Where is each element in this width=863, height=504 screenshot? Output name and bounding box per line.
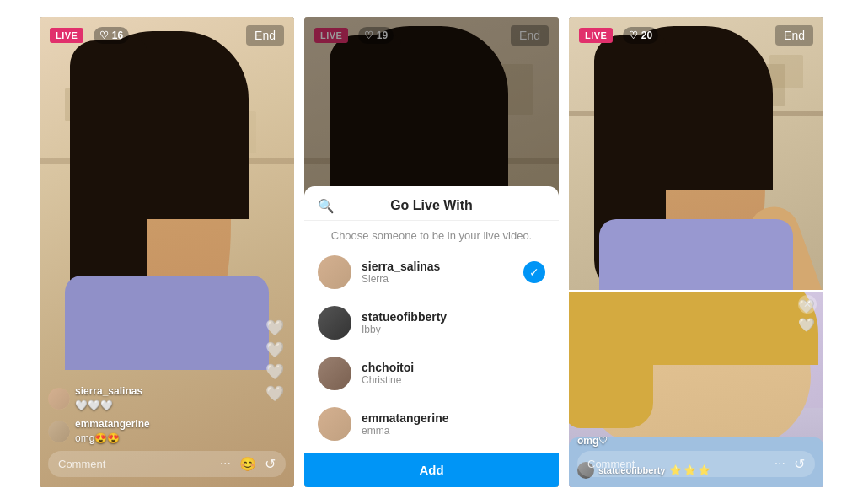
- guest-heart-1: 🤍: [798, 298, 815, 314]
- user-avatar-0: [318, 255, 351, 289]
- check-badge-0: ✓: [523, 261, 545, 283]
- share-icon-3[interactable]: ↺: [794, 456, 805, 472]
- chat-text-2: emmatangerine omg😍😍: [75, 417, 150, 446]
- chat-message-1: sierra_salinas 🤍🤍🤍: [48, 384, 286, 413]
- modal-header: 🔍 Go Live With: [304, 186, 559, 221]
- modal-sheet: 🔍 Go Live With Choose someone to be in y…: [304, 186, 559, 487]
- user-info-0: sierra_salinas Sierra: [362, 260, 513, 285]
- user-info-3: emmatangerine emma: [362, 411, 545, 437]
- comment-placeholder-1: Comment: [58, 458, 220, 470]
- comment-icons-3: ··· ↺: [775, 456, 805, 472]
- more-icon-1[interactable]: ···: [220, 456, 231, 472]
- user-name-2: Christine: [362, 374, 545, 386]
- user-handle-2: chchoitoi: [362, 361, 545, 374]
- chat-avatar-1: [48, 388, 70, 410]
- top-bar-3: LIVE ♡ 20 End: [569, 17, 823, 54]
- chat-message-2: emmatangerine omg😍😍: [48, 417, 286, 446]
- user-list: sierra_salinas Sierra ✓ statueofibberty …: [304, 247, 559, 449]
- heart-3: 🤍: [265, 362, 284, 381]
- share-icon-1[interactable]: ↺: [265, 456, 276, 472]
- top-bar-1: LIVE ♡ 16 End: [40, 17, 294, 54]
- user-info-1: statueofibberty Ibby: [362, 310, 545, 335]
- top-bar-left-1: LIVE ♡ 16: [50, 27, 129, 44]
- end-button-3[interactable]: End: [775, 25, 813, 46]
- user-item-0[interactable]: sierra_salinas Sierra ✓: [304, 247, 559, 298]
- chat-username-1: sierra_salinas: [75, 384, 142, 399]
- live-badge-3: LIVE: [579, 28, 613, 43]
- user-item-3[interactable]: emmatangerine emma: [304, 399, 559, 449]
- chat-area-1: 🤍 🤍 🤍 🤍 sierra_salinas 🤍🤍🤍: [40, 376, 294, 487]
- modal-subtitle: Choose someone to be in your live video.: [304, 221, 559, 247]
- user-handle-0: sierra_salinas: [362, 260, 513, 273]
- heart-2: 🤍: [265, 340, 284, 359]
- more-icon-3[interactable]: ···: [775, 456, 785, 472]
- comment-bar-3[interactable]: Comment ··· ↺: [577, 451, 815, 477]
- top-bar-left-3: LIVE ♡ 20: [579, 27, 658, 44]
- omg-label: omg♡: [577, 435, 608, 447]
- omg-text: omg♡: [577, 432, 815, 448]
- heart-4: 🤍: [265, 384, 284, 403]
- viewer-count-3: ♡ 20: [623, 27, 658, 44]
- chat-msg-2: omg😍😍: [75, 432, 120, 444]
- comment-icons-1: ··· 😊 ↺: [220, 456, 276, 472]
- screen1: LIVE ♡ 16 End 🤍 🤍 🤍 🤍 sierra_salinas 🤍�: [40, 17, 294, 487]
- user-avatar-1: [318, 306, 351, 340]
- user-handle-1: statueofibberty: [362, 310, 545, 324]
- modal-title: Go Live With: [390, 198, 473, 213]
- user-item-1[interactable]: statueofibberty Ibby: [304, 298, 559, 348]
- screenshots-container: LIVE ♡ 16 End 🤍 🤍 🤍 🤍 sierra_salinas 🤍�: [0, 0, 863, 504]
- chat-area-3: omg♡ Comment ··· ↺: [569, 424, 823, 487]
- user-info-2: chchoitoi Christine: [362, 361, 545, 386]
- guest-heart-2: 🤍: [798, 317, 815, 333]
- chat-text-1: sierra_salinas 🤍🤍🤍: [75, 384, 142, 413]
- viewer-count-1: ♡ 16: [94, 27, 129, 44]
- chat-avatar-2: [48, 421, 70, 442]
- floating-hearts-1: 🤍 🤍 🤍 🤍: [265, 319, 284, 403]
- user-avatar-2: [318, 357, 351, 390]
- comment-placeholder-3: Comment: [587, 458, 775, 470]
- search-icon[interactable]: 🔍: [318, 198, 335, 214]
- user-avatar-3: [318, 407, 351, 441]
- user-item-2[interactable]: chchoitoi Christine: [304, 348, 559, 399]
- split-divider: [569, 290, 823, 292]
- add-button[interactable]: Add: [304, 453, 559, 487]
- chat-msg-1: 🤍🤍🤍: [75, 399, 113, 411]
- screen2: LIVE ♡ 19 End 🔍 Go Live With Choose some…: [304, 17, 559, 487]
- end-button-1[interactable]: End: [246, 25, 284, 46]
- comment-bar-1[interactable]: Comment ··· 😊 ↺: [48, 451, 286, 477]
- heart-1: 🤍: [265, 319, 284, 337]
- user-name-1: Ibby: [362, 324, 545, 335]
- user-name-3: emma: [362, 425, 545, 437]
- user-name-0: Sierra: [362, 273, 513, 285]
- emoji-icon-1[interactable]: 😊: [239, 456, 256, 472]
- live-badge-1: LIVE: [50, 28, 83, 43]
- user-handle-3: emmatangerine: [362, 411, 545, 425]
- chat-username-2: emmatangerine: [75, 417, 150, 432]
- screen3: ✕ statueofibberty ⭐ ⭐ ⭐ 🤍 🤍 LIVE ♡: [569, 17, 823, 487]
- modal-overlay: 🔍 Go Live With Choose someone to be in y…: [304, 17, 559, 487]
